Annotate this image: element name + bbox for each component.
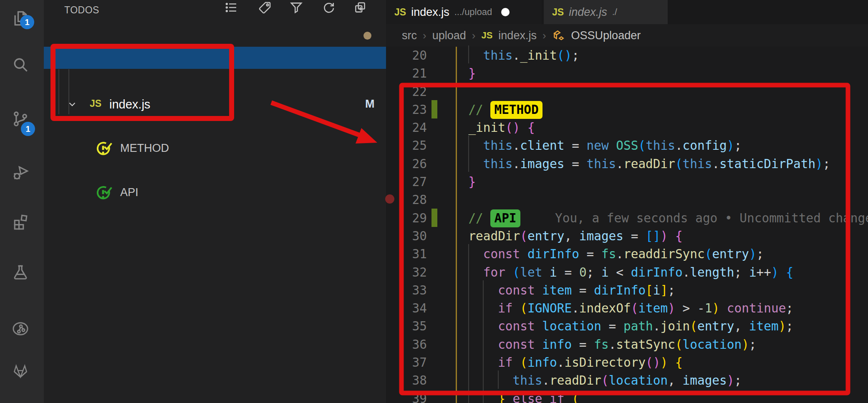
code-line[interactable]: if (IGNORE.indexOf(item) > -1) continue; [454, 300, 830, 317]
commit-graph-icon[interactable] [11, 320, 30, 338]
extensions-icon[interactable] [11, 213, 30, 231]
code-line[interactable] [454, 83, 830, 101]
line-number[interactable]: 33 [387, 282, 427, 300]
tree-label: API [120, 186, 139, 199]
line-number[interactable]: 26 [387, 155, 427, 173]
line-number[interactable]: 27 [387, 173, 427, 191]
scm-badge: 1 [21, 122, 35, 136]
line-number[interactable]: 39 [387, 390, 427, 403]
tab-index-js-active[interactable]: JS index.js .../upload [386, 0, 541, 24]
todo-highlight-chip: API [490, 209, 520, 227]
tree-indent-guide [58, 69, 59, 114]
code-line[interactable]: if (info.isDirectory()) { [454, 354, 830, 372]
tree-row-api[interactable]: API [44, 91, 386, 113]
js-file-icon: JS [552, 7, 564, 18]
tree-row-method[interactable]: METHOD [44, 69, 386, 91]
tab-index-js-preview[interactable]: JS index.js ./ [544, 0, 668, 24]
tree-row-index-js[interactable]: JS index.js M [44, 47, 386, 69]
line-number[interactable]: 20 [387, 47, 427, 65]
todo-tag-icon [95, 139, 114, 158]
chevron-right-icon: › [542, 29, 546, 42]
code-line[interactable]: // METHOD [454, 101, 830, 119]
line-number[interactable]: 31 [387, 245, 427, 263]
code-line[interactable]: _init() { [454, 119, 830, 137]
breadcrumb-item[interactable]: src [402, 29, 417, 42]
code-line[interactable]: this.client = new OSS(this.config); [454, 137, 830, 155]
git-change-bar [431, 100, 437, 118]
todo-highlight-chip: METHOD [490, 101, 542, 119]
view-as-list-icon[interactable] [224, 0, 238, 15]
code-line[interactable] [454, 191, 830, 209]
js-file-icon: JS [394, 7, 406, 18]
line-number[interactable]: 29 [387, 209, 427, 227]
todo-tag-icon [95, 184, 114, 202]
line-number[interactable]: 37 [387, 354, 427, 372]
tree-indent-guide [68, 69, 69, 114]
class-symbol-icon [552, 29, 565, 42]
line-number[interactable]: 23 [387, 101, 427, 119]
copy-plus-icon[interactable] [353, 0, 367, 15]
line-number[interactable]: 35 [387, 317, 427, 335]
tab-title: index.js [411, 6, 449, 19]
code-line[interactable]: for (let i = 0; i < dirInfo.length; i++)… [454, 264, 830, 282]
line-number[interactable]: 28 [387, 191, 427, 209]
refresh-icon[interactable] [322, 0, 336, 15]
modified-dot-icon[interactable] [501, 8, 510, 16]
run-debug-icon[interactable] [11, 164, 30, 182]
chevron-right-icon: › [423, 29, 426, 42]
code-line[interactable]: const location = path.join(entry, item); [454, 317, 830, 335]
code-editor[interactable]: 2021222324252627282930313233343536373839… [386, 47, 868, 403]
chevron-right-icon: › [472, 29, 476, 42]
line-number[interactable]: 36 [387, 336, 427, 354]
todo-count-dot [363, 32, 371, 40]
vscode-window: 1 1 [0, 0, 868, 403]
line-number[interactable]: 30 [387, 227, 427, 245]
code-line[interactable]: this.images = this.readDir(this.staticDi… [454, 155, 830, 173]
breadcrumb-item[interactable]: index.js [498, 29, 537, 42]
editor-tab-bar: JS index.js .../upload JS index.js ./ [386, 0, 868, 24]
code-line[interactable]: } [454, 173, 830, 191]
line-number[interactable]: 22 [387, 83, 427, 101]
code-line[interactable]: this.readDir(location, images); [454, 372, 830, 390]
line-number[interactable]: 24 [387, 119, 427, 137]
code-line[interactable]: readDir(entry, images = []) { [454, 227, 830, 245]
filter-icon[interactable] [289, 0, 303, 15]
line-number[interactable]: 32 [387, 264, 427, 282]
sidebar-todo-tree: TODOS [44, 0, 386, 403]
tree-row-folder-upload[interactable]: plugins/src/upload [44, 25, 386, 47]
line-number-gutter[interactable]: 2021222324252627282930313233343536373839 [387, 47, 427, 403]
code-line[interactable]: } else if ( [454, 390, 830, 403]
breadcrumb: src › upload › JS index.js › OSSUploader [386, 24, 868, 47]
activity-bar: 1 1 [0, 0, 44, 403]
tree-label: METHOD [120, 142, 169, 155]
breadcrumb-item-symbol[interactable]: OSSUploader [571, 29, 641, 42]
line-number[interactable]: 25 [387, 137, 427, 155]
line-number[interactable]: 34 [387, 300, 427, 317]
search-icon[interactable] [11, 55, 30, 74]
line-number[interactable]: 38 [387, 372, 427, 390]
code-line[interactable]: const info = fs.statSync(location); [454, 336, 830, 354]
sidebar-title: TODOS [64, 0, 99, 20]
code-line[interactable]: this._init(); [454, 47, 830, 65]
gitlab-icon[interactable] [11, 362, 30, 380]
code-line[interactable]: const item = dirInfo[i]; [454, 282, 830, 300]
code-line[interactable]: const dirInfo = fs.readdirSync(entry); [454, 245, 830, 263]
tab-title: index.js [569, 6, 607, 19]
js-file-icon: JS [481, 30, 492, 41]
tag-icon[interactable] [258, 0, 272, 15]
tab-description: .../upload [454, 7, 492, 18]
gitlens-annotation: You, a few seconds ago • Uncommitted cha… [555, 209, 868, 227]
git-change-bar [431, 209, 437, 227]
code-line[interactable]: } [454, 65, 830, 83]
breadcrumb-item[interactable]: upload [432, 29, 466, 42]
tab-description: ./ [612, 7, 617, 18]
line-number[interactable]: 21 [387, 65, 427, 83]
testing-icon[interactable] [11, 263, 30, 282]
explorer-badge: 1 [20, 15, 34, 29]
